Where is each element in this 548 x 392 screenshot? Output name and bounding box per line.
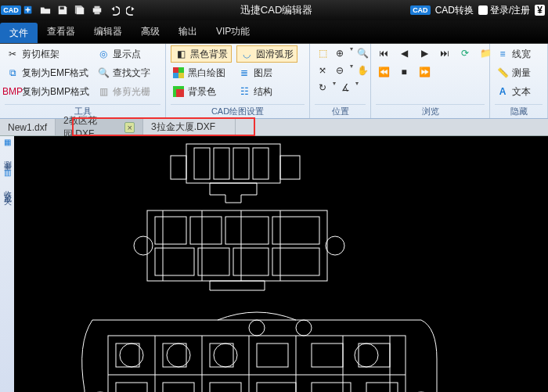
structure-button[interactable]: ☷结构: [236, 83, 297, 100]
doc-tab-2[interactable]: 2教区花园.DXF×: [56, 119, 143, 135]
svg-rect-5: [173, 67, 178, 73]
login-link[interactable]: 登录/注册: [478, 4, 530, 17]
show-point-button[interactable]: ◎显示点: [96, 45, 152, 63]
stop-icon[interactable]: ■: [396, 64, 412, 80]
cad-badge-icon: CAD: [410, 5, 431, 15]
chevron-down-icon[interactable]: ▾: [355, 80, 359, 95]
arc-icon: ◡: [240, 48, 253, 60]
copy-icon: ⧉: [6, 67, 19, 79]
svg-rect-7: [173, 73, 178, 78]
zoom-in-icon[interactable]: ⊕: [332, 45, 348, 61]
svg-rect-24: [198, 248, 229, 275]
app-icon[interactable]: CAD: [3, 2, 19, 18]
ribbon: ✂剪切框架 ⧉复制为EMF格式 BMP复制为BMP格式 ◎显示点 🔍查找文字 ▥…: [0, 44, 548, 119]
color-icon: [172, 85, 185, 98]
tab-file[interactable]: 文件: [0, 23, 38, 43]
svg-rect-23: [155, 248, 194, 275]
smooth-arc-toggle[interactable]: ◡圆滑弧形: [236, 45, 297, 63]
scissors-icon: ✂: [6, 48, 19, 60]
group-label: 隐藏: [495, 104, 543, 118]
side-tab-measure[interactable]: 测量: [2, 154, 13, 160]
palette-icon[interactable]: ▦: [4, 138, 11, 146]
svg-rect-20: [190, 217, 222, 244]
cad-drawing: [14, 136, 548, 392]
zoom-extent-icon[interactable]: ⤧: [315, 63, 330, 78]
svg-point-28: [326, 236, 344, 255]
svg-rect-14: [233, 148, 249, 179]
open-icon[interactable]: [38, 2, 53, 18]
text-icon: A: [496, 85, 509, 98]
palette-icon-2[interactable]: ▥: [4, 168, 11, 177]
layer-button[interactable]: ≣图层: [236, 64, 297, 81]
first-icon[interactable]: ⏮: [376, 45, 391, 61]
measure-button[interactable]: 📏测量: [495, 64, 532, 81]
currency-icon[interactable]: ¥: [535, 5, 545, 16]
svg-rect-58: [366, 383, 398, 392]
linewidth-button[interactable]: ≡线宽: [495, 45, 532, 63]
doc-tab-1[interactable]: New1.dxf: [0, 119, 56, 135]
trim-icon: ▥: [97, 85, 110, 98]
pan-icon[interactable]: ✋: [355, 63, 370, 78]
svg-rect-6: [178, 67, 184, 73]
text-button[interactable]: A文本: [495, 83, 532, 100]
play-next-icon[interactable]: ⏩: [416, 64, 432, 80]
svg-point-60: [296, 320, 312, 336]
copy-emf-button[interactable]: ⧉复制为EMF格式: [5, 64, 91, 81]
app-title: 迅捷CAD编辑器: [142, 3, 410, 17]
zoom-window-icon[interactable]: ⬚: [315, 45, 330, 61]
tab-vip[interactable]: VIP功能: [207, 20, 259, 43]
undo-icon[interactable]: [106, 2, 122, 18]
bg-color-button[interactable]: 背景色: [171, 83, 232, 100]
ribbon-group-cad-settings: ◧黑色背景 黑白绘图 背景色 ◡圆滑弧形 ≣图层 ☷结构 CAD绘图设置: [166, 44, 310, 118]
play-prev-icon[interactable]: ⏪: [376, 64, 391, 80]
close-icon[interactable]: ×: [124, 122, 135, 133]
zoom-icon[interactable]: 🔍: [355, 45, 370, 61]
crop-frame-button[interactable]: ✂剪切框架: [5, 45, 91, 63]
titlebar-right: CAD CAD转换 登录/注册 ¥: [410, 4, 548, 17]
bw-drawing-button[interactable]: 黑白绘图: [171, 64, 232, 81]
svg-rect-10: [176, 89, 184, 97]
zoom-out-icon[interactable]: ⊖: [332, 63, 348, 78]
find-text-button[interactable]: 🔍查找文字: [96, 64, 152, 81]
ruler-icon: 📏: [496, 67, 509, 79]
doc-tab-3[interactable]: 3拉金大厦.DXF: [143, 119, 236, 135]
tab-advanced[interactable]: 高级: [132, 20, 169, 43]
trim-raster-button[interactable]: ▥修剪光栅: [96, 83, 152, 100]
search-icon: 🔍: [97, 67, 110, 79]
angle-icon[interactable]: ∡: [337, 80, 353, 95]
tab-output[interactable]: 输出: [169, 20, 207, 43]
quick-access-toolbar: CAD: [0, 2, 142, 18]
svg-rect-12: [194, 148, 210, 179]
svg-rect-16: [171, 156, 186, 179]
copy-bmp-button[interactable]: BMP复制为BMP格式: [5, 83, 91, 100]
svg-rect-15: [253, 148, 269, 179]
new-icon[interactable]: [20, 2, 36, 18]
svg-rect-56: [257, 383, 296, 392]
side-tab-favorites[interactable]: 收藏夹: [2, 185, 13, 194]
side-palette: ▦ 测量 ▥ 收藏夹: [0, 136, 14, 392]
svg-rect-57: [312, 383, 351, 392]
save-icon[interactable]: [55, 2, 70, 18]
redo-icon[interactable]: [124, 2, 139, 18]
refresh-icon[interactable]: ⟳: [457, 45, 473, 61]
black-bg-toggle[interactable]: ◧黑色背景: [171, 45, 232, 63]
next-icon[interactable]: ▶: [416, 45, 432, 61]
tab-viewer[interactable]: 查看器: [38, 20, 85, 43]
chevron-down-icon[interactable]: ▾: [350, 45, 353, 61]
chevron-down-icon[interactable]: ▾: [350, 63, 353, 78]
save-all-icon[interactable]: [72, 2, 88, 18]
ribbon-group-hide: ≡线宽 📏测量 A文本 隐藏: [490, 44, 548, 118]
tab-editor[interactable]: 编辑器: [85, 20, 132, 43]
title-bar: CAD 迅捷CAD编辑器 CAD CAD转换 登录/注册 ¥: [0, 0, 548, 20]
chevron-down-icon[interactable]: ▾: [333, 80, 336, 95]
print-icon[interactable]: [89, 2, 105, 18]
svg-point-59: [249, 320, 265, 336]
last-icon[interactable]: ⏭: [437, 45, 452, 61]
rotate-icon[interactable]: ↻: [315, 80, 330, 95]
group-label: CAD绘图设置: [171, 104, 305, 118]
prev-icon[interactable]: ◀: [396, 45, 412, 61]
cad-convert-link[interactable]: CAD转换: [435, 4, 474, 17]
svg-rect-54: [163, 383, 194, 392]
drawing-canvas[interactable]: [14, 136, 548, 392]
linewidth-icon: ≡: [496, 48, 509, 60]
